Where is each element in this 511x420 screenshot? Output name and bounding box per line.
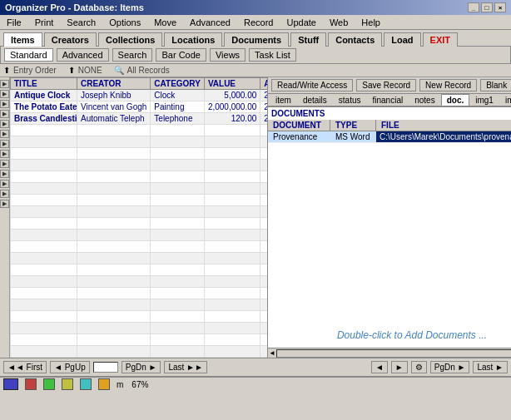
side-arrow-5[interactable]: ▶ xyxy=(0,120,9,128)
status-icon-1[interactable] xyxy=(3,378,18,390)
right-tab-financial[interactable]: financial xyxy=(367,94,409,106)
side-arrow-13[interactable]: ▶ xyxy=(0,200,9,208)
data-table[interactable]: TITLE CREATOR CATEGORY VALUE ACCE Antiqu… xyxy=(10,77,267,358)
maximize-button[interactable]: □ xyxy=(481,2,493,12)
menu-file[interactable]: File xyxy=(3,17,25,28)
side-arrow-3[interactable]: ▶ xyxy=(0,100,9,108)
save-record-button[interactable]: Save Record xyxy=(356,79,416,91)
tab-contacts[interactable]: Contacts xyxy=(328,32,382,47)
table-row-empty[interactable] xyxy=(11,311,268,323)
table-row[interactable]: Brass Candlestick ( Automatic Teleph Tel… xyxy=(11,113,268,125)
subtab-views[interactable]: Views xyxy=(210,48,246,62)
side-arrow-1[interactable]: ▶ xyxy=(0,80,9,88)
right-tab-img2[interactable]: img2 xyxy=(499,94,511,106)
doc-col-type[interactable]: TYPE xyxy=(330,120,376,131)
tab-stuff[interactable]: Stuff xyxy=(290,32,326,47)
page-input[interactable] xyxy=(93,362,118,373)
side-arrow-7[interactable]: ▶ xyxy=(0,140,9,148)
subtab-tasklist[interactable]: Task List xyxy=(249,48,296,62)
table-row-empty[interactable] xyxy=(11,346,268,358)
next-button[interactable]: PgDn ► xyxy=(122,361,161,373)
menu-advanced[interactable]: Advanced xyxy=(186,17,234,28)
right-tab-item[interactable]: item xyxy=(270,94,297,106)
menu-move[interactable]: Move xyxy=(151,17,180,28)
right-nav-back[interactable]: ◄ xyxy=(371,361,388,373)
table-row-empty[interactable] xyxy=(11,230,268,241)
table-row-empty[interactable] xyxy=(11,160,268,171)
side-arrow-8[interactable]: ▶ xyxy=(0,150,9,158)
menu-search[interactable]: Search xyxy=(63,17,99,28)
table-row-empty[interactable] xyxy=(11,288,268,299)
right-tab-notes[interactable]: notes xyxy=(409,94,440,106)
status-icon-3[interactable] xyxy=(43,378,55,390)
menu-update[interactable]: Update xyxy=(283,17,319,28)
col-category[interactable]: CATEGORY xyxy=(151,78,205,90)
close-button[interactable]: × xyxy=(494,2,506,12)
new-record-button[interactable]: New Record xyxy=(419,79,477,91)
table-row[interactable]: Antique Clock Joseph Knibb Clock 5,000.0… xyxy=(11,90,268,101)
first-button[interactable]: ◄◄ First xyxy=(3,361,47,373)
table-row-empty[interactable] xyxy=(11,241,268,253)
col-creator[interactable]: CREATOR xyxy=(77,78,151,90)
doc-row[interactable]: Provenance MS Word C:\Users\Marek\Docume… xyxy=(268,131,511,143)
table-row-empty[interactable] xyxy=(11,125,268,136)
subtab-standard[interactable]: Standard xyxy=(4,48,53,62)
tab-items[interactable]: Items xyxy=(3,32,42,47)
table-row-empty[interactable] xyxy=(11,136,268,148)
menu-record[interactable]: Record xyxy=(241,17,276,28)
window-controls[interactable]: _ □ × xyxy=(468,2,506,12)
right-nav-icons[interactable]: ⚙ xyxy=(411,361,427,373)
last-button[interactable]: Last ►► xyxy=(164,361,206,373)
menu-help[interactable]: Help xyxy=(358,17,384,28)
side-arrow-4[interactable]: ▶ xyxy=(0,110,9,118)
status-icon-4[interactable] xyxy=(62,378,73,390)
status-icon-5[interactable] xyxy=(80,378,92,390)
table-row[interactable]: The Potato Eaters Vincent van Gogh Paint… xyxy=(11,101,268,113)
right-tab-img1[interactable]: img1 xyxy=(469,94,499,106)
table-row-empty[interactable] xyxy=(11,334,268,346)
tab-collections[interactable]: Collections xyxy=(98,32,162,47)
right-nav-forward[interactable]: ► xyxy=(391,361,408,373)
right-tab-status[interactable]: status xyxy=(333,94,367,106)
menu-options[interactable]: Options xyxy=(106,17,144,28)
table-row-empty[interactable] xyxy=(11,253,268,264)
col-title[interactable]: TITLE xyxy=(11,78,77,90)
table-row-empty[interactable] xyxy=(11,264,268,276)
table-row-empty[interactable] xyxy=(11,195,268,206)
right-nav-last[interactable]: Last ► xyxy=(473,361,508,373)
doc-col-file[interactable]: FILE xyxy=(376,120,511,131)
scroll-track[interactable] xyxy=(276,349,511,358)
col-acce[interactable]: ACCE xyxy=(260,78,267,90)
scroll-left-arrow[interactable]: ◄ xyxy=(268,349,276,358)
status-icon-6[interactable] xyxy=(98,378,110,390)
minimize-button[interactable]: _ xyxy=(468,2,479,12)
side-arrow-2[interactable]: ▶ xyxy=(0,90,9,98)
side-arrow-11[interactable]: ▶ xyxy=(0,180,9,188)
menu-web[interactable]: Web xyxy=(326,17,351,28)
right-nav-pg[interactable]: PgDn ► xyxy=(430,361,470,373)
subtab-search[interactable]: Search xyxy=(112,48,153,62)
tab-load[interactable]: Load xyxy=(384,32,420,47)
side-arrow-9[interactable]: ▶ xyxy=(0,160,9,168)
table-row-empty[interactable] xyxy=(11,299,268,311)
right-tab-details[interactable]: details xyxy=(297,94,333,106)
right-tab-doc[interactable]: doc. xyxy=(441,94,470,106)
table-row-empty[interactable] xyxy=(11,206,268,218)
tab-documents[interactable]: Documents xyxy=(224,32,289,47)
tab-exit[interactable]: EXIT xyxy=(423,32,458,47)
col-value[interactable]: VALUE xyxy=(204,78,260,90)
table-row-empty[interactable] xyxy=(11,183,268,195)
menu-print[interactable]: Print xyxy=(32,17,57,28)
table-row-empty[interactable] xyxy=(11,218,268,230)
tab-creators[interactable]: Creators xyxy=(44,32,97,47)
table-row-empty[interactable] xyxy=(11,276,268,288)
right-horiz-scroll[interactable]: ◄ ► xyxy=(268,348,511,358)
doc-col-document[interactable]: DOCUMENT xyxy=(268,120,330,131)
add-documents-hint[interactable]: Double-click to Add Documents ... xyxy=(268,143,511,348)
side-arrow-10[interactable]: ▶ xyxy=(0,170,9,178)
prev-button[interactable]: ◄ PgUp xyxy=(50,361,90,373)
blank-button[interactable]: Blank xyxy=(480,79,511,91)
read-write-button[interactable]: Read/Write Access xyxy=(271,79,353,91)
table-row-empty[interactable] xyxy=(11,323,268,334)
table-row-empty[interactable] xyxy=(11,171,268,183)
